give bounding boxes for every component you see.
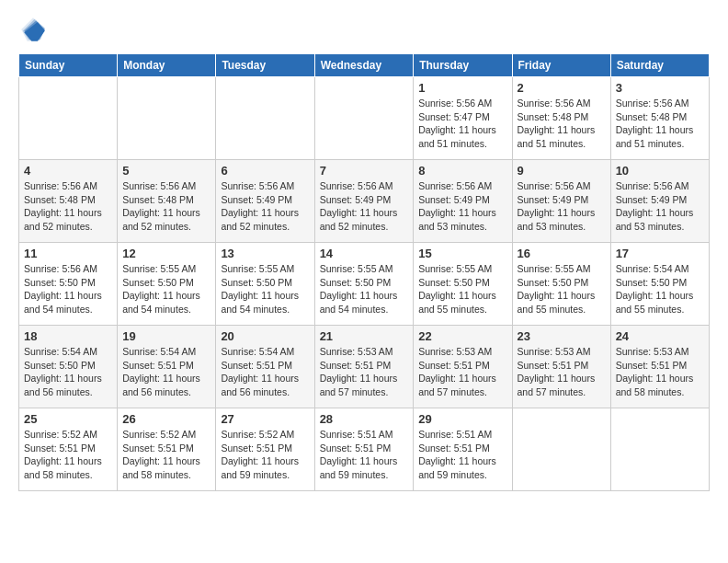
day-cell: 25Sunrise: 5:52 AM Sunset: 5:51 PM Dayli…	[19, 408, 118, 491]
header-row: SundayMondayTuesdayWednesdayThursdayFrid…	[19, 54, 710, 77]
day-cell: 23Sunrise: 5:53 AM Sunset: 5:51 PM Dayli…	[512, 326, 610, 408]
week-row-2: 11Sunrise: 5:56 AM Sunset: 5:50 PM Dayli…	[19, 243, 710, 326]
day-cell: 1Sunrise: 5:56 AM Sunset: 5:47 PM Daylig…	[414, 77, 512, 160]
logo-icon	[18, 15, 48, 44]
day-info: Sunrise: 5:53 AM Sunset: 5:51 PM Dayligh…	[320, 345, 409, 399]
day-cell: 10Sunrise: 5:56 AM Sunset: 5:49 PM Dayli…	[610, 160, 709, 243]
day-cell: 5Sunrise: 5:56 AM Sunset: 5:48 PM Daylig…	[118, 160, 216, 243]
day-info: Sunrise: 5:56 AM Sunset: 5:48 PM Dayligh…	[518, 97, 606, 151]
day-number: 9	[518, 164, 606, 178]
day-number: 5	[122, 164, 210, 178]
header-cell-thursday: Thursday	[414, 54, 512, 77]
header-cell-friday: Friday	[512, 54, 610, 77]
day-number: 17	[616, 247, 704, 260]
day-cell	[19, 77, 118, 160]
day-number: 13	[221, 247, 309, 260]
calendar-body: 1Sunrise: 5:56 AM Sunset: 5:47 PM Daylig…	[19, 77, 710, 491]
day-info: Sunrise: 5:56 AM Sunset: 5:49 PM Dayligh…	[616, 179, 704, 234]
day-cell: 24Sunrise: 5:53 AM Sunset: 5:51 PM Dayli…	[610, 326, 709, 408]
day-cell: 27Sunrise: 5:52 AM Sunset: 5:51 PM Dayli…	[216, 408, 314, 491]
day-cell: 28Sunrise: 5:51 AM Sunset: 5:51 PM Dayli…	[314, 408, 414, 491]
day-number: 1	[418, 81, 506, 95]
day-number: 11	[24, 247, 112, 260]
day-cell: 2Sunrise: 5:56 AM Sunset: 5:48 PM Daylig…	[512, 77, 610, 160]
header-cell-saturday: Saturday	[610, 54, 709, 77]
day-number: 16	[518, 247, 606, 260]
day-number: 6	[221, 164, 309, 178]
day-cell: 9Sunrise: 5:56 AM Sunset: 5:49 PM Daylig…	[512, 160, 610, 243]
day-cell: 20Sunrise: 5:54 AM Sunset: 5:51 PM Dayli…	[216, 326, 314, 408]
day-info: Sunrise: 5:56 AM Sunset: 5:48 PM Dayligh…	[122, 179, 210, 234]
header-cell-sunday: Sunday	[19, 54, 118, 77]
day-info: Sunrise: 5:56 AM Sunset: 5:47 PM Dayligh…	[418, 97, 506, 151]
day-number: 2	[518, 81, 606, 95]
day-cell: 12Sunrise: 5:55 AM Sunset: 5:50 PM Dayli…	[118, 243, 216, 326]
day-cell: 14Sunrise: 5:55 AM Sunset: 5:50 PM Dayli…	[314, 243, 414, 326]
day-number: 21	[320, 329, 409, 343]
header-cell-wednesday: Wednesday	[314, 54, 414, 77]
day-info: Sunrise: 5:54 AM Sunset: 5:50 PM Dayligh…	[616, 262, 704, 316]
day-info: Sunrise: 5:56 AM Sunset: 5:49 PM Dayligh…	[320, 179, 409, 234]
day-info: Sunrise: 5:55 AM Sunset: 5:50 PM Dayligh…	[518, 262, 606, 316]
day-info: Sunrise: 5:51 AM Sunset: 5:51 PM Dayligh…	[418, 428, 506, 482]
day-info: Sunrise: 5:55 AM Sunset: 5:50 PM Dayligh…	[221, 262, 309, 316]
day-number: 28	[320, 412, 409, 426]
day-info: Sunrise: 5:52 AM Sunset: 5:51 PM Dayligh…	[221, 428, 309, 482]
header-cell-monday: Monday	[118, 54, 216, 77]
day-cell: 29Sunrise: 5:51 AM Sunset: 5:51 PM Dayli…	[414, 408, 512, 491]
day-number: 22	[418, 329, 506, 343]
day-cell	[216, 77, 314, 160]
calendar-header: SundayMondayTuesdayWednesdayThursdayFrid…	[19, 54, 710, 77]
day-info: Sunrise: 5:51 AM Sunset: 5:51 PM Dayligh…	[320, 428, 409, 482]
day-info: Sunrise: 5:56 AM Sunset: 5:49 PM Dayligh…	[221, 179, 309, 234]
day-cell: 7Sunrise: 5:56 AM Sunset: 5:49 PM Daylig…	[314, 160, 414, 243]
day-number: 15	[418, 247, 506, 260]
day-info: Sunrise: 5:56 AM Sunset: 5:48 PM Dayligh…	[616, 97, 704, 151]
week-row-3: 18Sunrise: 5:54 AM Sunset: 5:50 PM Dayli…	[19, 326, 710, 408]
day-cell: 17Sunrise: 5:54 AM Sunset: 5:50 PM Dayli…	[610, 243, 709, 326]
day-cell: 15Sunrise: 5:55 AM Sunset: 5:50 PM Dayli…	[414, 243, 512, 326]
day-cell: 22Sunrise: 5:53 AM Sunset: 5:51 PM Dayli…	[414, 326, 512, 408]
day-info: Sunrise: 5:53 AM Sunset: 5:51 PM Dayligh…	[418, 345, 506, 399]
day-info: Sunrise: 5:54 AM Sunset: 5:50 PM Dayligh…	[24, 345, 112, 399]
day-number: 14	[320, 247, 409, 260]
day-cell: 6Sunrise: 5:56 AM Sunset: 5:49 PM Daylig…	[216, 160, 314, 243]
day-info: Sunrise: 5:52 AM Sunset: 5:51 PM Dayligh…	[122, 428, 210, 482]
day-number: 4	[24, 164, 112, 178]
day-cell	[512, 408, 610, 491]
day-cell: 11Sunrise: 5:56 AM Sunset: 5:50 PM Dayli…	[19, 243, 118, 326]
day-number: 8	[418, 164, 506, 178]
day-number: 10	[616, 164, 704, 178]
week-row-0: 1Sunrise: 5:56 AM Sunset: 5:47 PM Daylig…	[19, 77, 710, 160]
calendar-table: SundayMondayTuesdayWednesdayThursdayFrid…	[18, 53, 710, 491]
day-cell	[610, 408, 709, 491]
day-number: 7	[320, 164, 409, 178]
day-number: 3	[616, 81, 704, 95]
day-cell: 8Sunrise: 5:56 AM Sunset: 5:49 PM Daylig…	[414, 160, 512, 243]
day-cell	[314, 77, 414, 160]
day-cell: 13Sunrise: 5:55 AM Sunset: 5:50 PM Dayli…	[216, 243, 314, 326]
day-cell: 26Sunrise: 5:52 AM Sunset: 5:51 PM Dayli…	[118, 408, 216, 491]
day-info: Sunrise: 5:56 AM Sunset: 5:48 PM Dayligh…	[24, 179, 112, 234]
day-number: 19	[122, 329, 210, 343]
day-cell: 21Sunrise: 5:53 AM Sunset: 5:51 PM Dayli…	[314, 326, 414, 408]
day-info: Sunrise: 5:56 AM Sunset: 5:49 PM Dayligh…	[518, 179, 606, 234]
week-row-1: 4Sunrise: 5:56 AM Sunset: 5:48 PM Daylig…	[19, 160, 710, 243]
day-info: Sunrise: 5:54 AM Sunset: 5:51 PM Dayligh…	[221, 345, 309, 399]
day-cell: 19Sunrise: 5:54 AM Sunset: 5:51 PM Dayli…	[118, 326, 216, 408]
day-number: 26	[122, 412, 210, 426]
header-cell-tuesday: Tuesday	[216, 54, 314, 77]
day-number: 27	[221, 412, 309, 426]
day-cell: 3Sunrise: 5:56 AM Sunset: 5:48 PM Daylig…	[610, 77, 709, 160]
day-number: 12	[122, 247, 210, 260]
day-info: Sunrise: 5:55 AM Sunset: 5:50 PM Dayligh…	[418, 262, 506, 316]
day-info: Sunrise: 5:52 AM Sunset: 5:51 PM Dayligh…	[24, 428, 112, 482]
header	[18, 15, 710, 44]
day-info: Sunrise: 5:55 AM Sunset: 5:50 PM Dayligh…	[320, 262, 409, 316]
day-number: 18	[24, 329, 112, 343]
day-info: Sunrise: 5:54 AM Sunset: 5:51 PM Dayligh…	[122, 345, 210, 399]
day-number: 29	[418, 412, 506, 426]
day-info: Sunrise: 5:55 AM Sunset: 5:50 PM Dayligh…	[122, 262, 210, 316]
week-row-4: 25Sunrise: 5:52 AM Sunset: 5:51 PM Dayli…	[19, 408, 710, 491]
day-cell: 4Sunrise: 5:56 AM Sunset: 5:48 PM Daylig…	[19, 160, 118, 243]
